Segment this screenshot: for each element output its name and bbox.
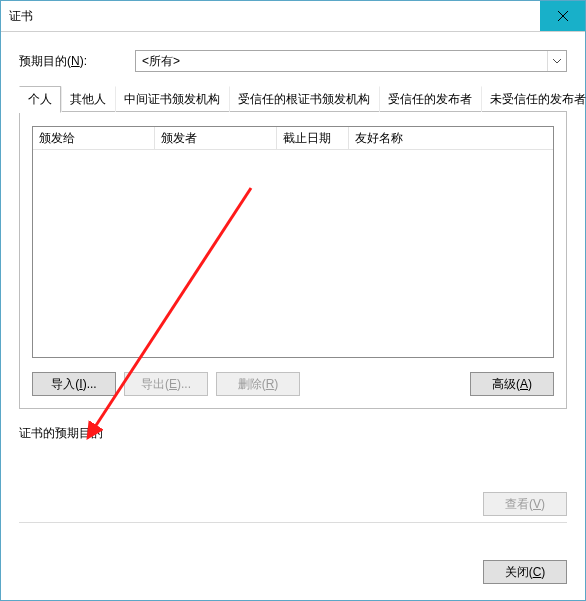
col-expiration[interactable]: 截止日期 xyxy=(277,127,349,149)
intended-purpose-row: 预期目的(N): <所有> xyxy=(19,50,567,72)
advanced-button[interactable]: 高级(A) xyxy=(470,372,554,396)
col-issued-by[interactable]: 颁发者 xyxy=(155,127,277,149)
chevron-down-icon xyxy=(547,51,566,71)
tab-trusted-publishers[interactable]: 受信任的发布者 xyxy=(379,86,481,112)
remove-button[interactable]: 删除(R) xyxy=(216,372,300,396)
close-icon xyxy=(558,11,568,21)
tab-personal[interactable]: 个人 xyxy=(19,86,61,113)
tab-other-people[interactable]: 其他人 xyxy=(61,86,115,112)
tab-trusted-root-ca[interactable]: 受信任的根证书颁发机构 xyxy=(229,86,379,112)
intended-purpose-combobox[interactable]: <所有> xyxy=(135,50,567,72)
cert-purposes-box: 查看(V) xyxy=(19,448,567,506)
close-button[interactable]: 关闭(C) xyxy=(483,560,567,584)
col-friendly[interactable]: 友好名称 xyxy=(349,127,553,149)
certificates-dialog: 证书 预期目的(N): <所有> 个人 其他人 中间证书颁发 xyxy=(0,0,586,601)
cert-purposes-label: 证书的预期目的 xyxy=(19,425,567,442)
tab-untrusted-publishers[interactable]: 未受信任的发布者 xyxy=(481,86,586,112)
listview-header: 颁发给 颁发者 截止日期 友好名称 xyxy=(33,127,553,150)
col-issued-to[interactable]: 颁发给 xyxy=(33,127,155,149)
dialog-body: 预期目的(N): <所有> 个人 其他人 中间证书颁发机构 受信任的根证书颁发机… xyxy=(1,32,585,552)
intended-purpose-value: <所有> xyxy=(142,53,180,70)
divider xyxy=(19,522,567,523)
dialog-footer: 关闭(C) xyxy=(1,552,585,600)
window-title: 证书 xyxy=(9,8,33,25)
intended-purpose-label: 预期目的(N): xyxy=(19,53,87,70)
window-close-button[interactable] xyxy=(540,1,585,31)
tab-intermediate-ca[interactable]: 中间证书颁发机构 xyxy=(115,86,229,112)
titlebar: 证书 xyxy=(1,1,585,32)
cert-store-pane: 颁发给 颁发者 截止日期 友好名称 导入(I)... xyxy=(19,112,567,409)
cert-store-tabs: 个人 其他人 中间证书颁发机构 受信任的根证书颁发机构 受信任的发布者 未受信任… xyxy=(19,88,567,112)
export-button[interactable]: 导出(E)... xyxy=(124,372,208,396)
store-buttons-row: 导入(I)... 导出(E)... 删除(R) 高级(A) xyxy=(32,358,554,396)
view-button[interactable]: 查看(V) xyxy=(483,492,567,516)
import-button[interactable]: 导入(I)... xyxy=(32,372,116,396)
certificates-listview[interactable]: 颁发给 颁发者 截止日期 友好名称 xyxy=(32,126,554,358)
